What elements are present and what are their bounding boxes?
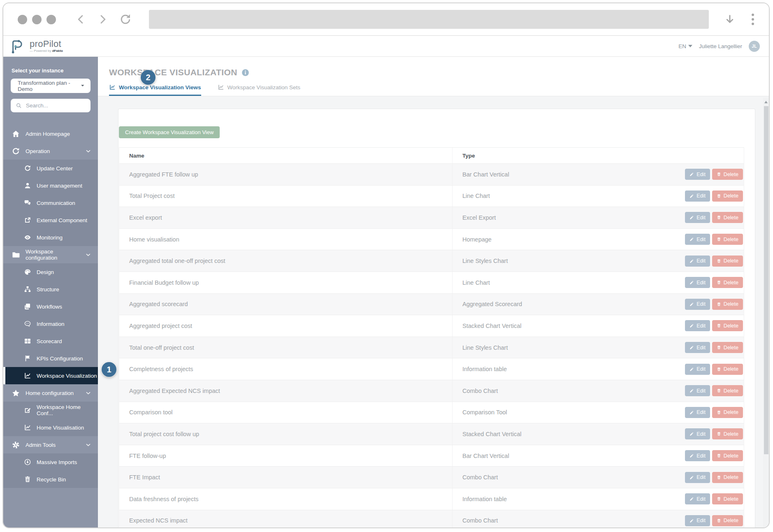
edit-button[interactable]: Edit: [685, 190, 710, 202]
sidebar-item-home-configuration[interactable]: Home configuration: [3, 384, 98, 402]
edit-button[interactable]: Edit: [685, 515, 710, 526]
edit-button[interactable]: Edit: [685, 256, 710, 267]
edit-button[interactable]: Edit: [685, 299, 710, 310]
sidebar-item-monitoring[interactable]: Monitoring: [3, 229, 98, 246]
delete-button[interactable]: Delete: [712, 342, 743, 353]
chevron-down-icon[interactable]: [85, 390, 91, 396]
delete-button[interactable]: Delete: [712, 299, 743, 310]
sidebar-item-scorecard[interactable]: Scorecard: [3, 332, 98, 350]
edit-button[interactable]: Edit: [685, 385, 710, 396]
sidebar-item-recycle-bin[interactable]: Recycle Bin: [3, 471, 98, 488]
window-control-dot[interactable]: [18, 15, 27, 24]
reload-icon[interactable]: [119, 13, 132, 26]
tab-workspace-visualization-views[interactable]: Workspace Visualization Views: [109, 84, 201, 96]
delete-button[interactable]: Delete: [712, 256, 743, 267]
pencil-icon: [689, 259, 694, 263]
edit-button[interactable]: Edit: [685, 169, 710, 180]
sidebar-item-workspace-home-conf[interactable]: Workspace Home Conf...: [3, 402, 98, 419]
row-name: Aggregated FTE follow up: [119, 164, 452, 185]
edit-button[interactable]: Edit: [685, 234, 710, 245]
delete-button[interactable]: Delete: [712, 450, 743, 461]
sidebar-item-user-management[interactable]: User management: [3, 177, 98, 194]
sidebar-item-label: Update Center: [37, 165, 73, 172]
search-input[interactable]: [25, 102, 86, 109]
avatar[interactable]: JL: [749, 41, 760, 52]
sidebar-item-label: Recycle Bin: [37, 476, 66, 483]
delete-button[interactable]: Delete: [712, 190, 743, 202]
edit-button[interactable]: Edit: [685, 472, 710, 483]
window-control-dot[interactable]: [46, 15, 56, 24]
row-name: Completness of projects: [119, 358, 452, 380]
chevron-down-icon[interactable]: [85, 148, 91, 154]
download-icon[interactable]: [724, 13, 736, 26]
back-icon[interactable]: [75, 13, 87, 26]
user-name[interactable]: Juliette Langellier: [699, 43, 742, 49]
url-bar[interactable]: [149, 10, 709, 29]
row-type: Homepage: [452, 229, 685, 250]
browser-menu-icon[interactable]: [749, 13, 757, 26]
sidebar-item-communication[interactable]: Communication: [3, 194, 98, 211]
delete-button[interactable]: Delete: [712, 472, 743, 483]
sidebar-item-design[interactable]: Design: [3, 263, 98, 281]
window-control-dot[interactable]: [32, 15, 42, 24]
edit-button[interactable]: Edit: [685, 364, 710, 375]
delete-button[interactable]: Delete: [712, 234, 743, 245]
edit-button[interactable]: Edit: [685, 320, 710, 331]
sidebar-item-workflows[interactable]: Workflows: [3, 298, 98, 315]
chevron-down-icon[interactable]: [85, 252, 91, 258]
row-actions: EditDelete: [685, 488, 744, 510]
trash-icon: [717, 323, 721, 328]
pencil-icon: [689, 237, 694, 242]
sidebar-item-information[interactable]: Information: [3, 315, 98, 332]
sidebar-item-external-component[interactable]: External Component: [3, 211, 98, 229]
delete-button[interactable]: Delete: [712, 169, 743, 180]
chevron-down-icon[interactable]: [85, 442, 91, 448]
sidebar-item-kpis-configuration[interactable]: KPIs Configuration: [3, 350, 98, 367]
scrollbar[interactable]: [763, 98, 769, 527]
scrollbar-thumb[interactable]: [764, 106, 768, 454]
delete-button[interactable]: Delete: [712, 493, 743, 504]
sidebar-item-workspace-configuration[interactable]: Workspace configuration: [3, 246, 98, 263]
sidebar-item-update-center[interactable]: Update Center: [3, 160, 98, 177]
download-circle-icon: [24, 458, 31, 466]
delete-button[interactable]: Delete: [712, 212, 743, 223]
row-actions: EditDelete: [685, 445, 744, 467]
delete-button[interactable]: Delete: [712, 385, 743, 396]
sidebar-item-admin-tools[interactable]: Admin Tools: [3, 436, 98, 453]
sidebar-item-admin-homepage[interactable]: Admin Homepage: [3, 125, 98, 142]
row-type: Line Styles Chart: [452, 337, 685, 358]
annotation-badge-1: 1: [102, 362, 116, 377]
sidebar-item-home-visualisation[interactable]: Home Visualisation: [3, 419, 98, 436]
edit-button[interactable]: Edit: [685, 407, 710, 418]
info-icon[interactable]: [241, 69, 249, 77]
scrollbar-up-arrow-icon[interactable]: [764, 101, 768, 103]
delete-button[interactable]: Delete: [712, 364, 743, 375]
edit-button[interactable]: Edit: [685, 342, 710, 353]
delete-button[interactable]: Delete: [712, 320, 743, 331]
edit-button[interactable]: Edit: [685, 428, 710, 439]
row-name: Aggregated scorecard: [119, 294, 452, 315]
edit-button[interactable]: Edit: [685, 450, 710, 461]
trash-icon: [717, 259, 721, 263]
sidebar-item-structure[interactable]: Structure: [3, 281, 98, 298]
forward-icon[interactable]: [96, 13, 109, 26]
table-row: Total project cost follow upStacked Char…: [119, 423, 744, 445]
delete-button[interactable]: Delete: [712, 428, 743, 439]
row-name: Aggregated Expected NCS impact: [119, 380, 452, 402]
edit-button[interactable]: Edit: [685, 493, 710, 504]
delete-button[interactable]: Delete: [712, 277, 743, 288]
sidebar-item-massive-imports[interactable]: Massive Imports: [3, 453, 98, 471]
browser-chrome: [3, 3, 769, 36]
edit-button[interactable]: Edit: [685, 212, 710, 223]
sidebar-item-workspace-visualization[interactable]: Workspace Visualization: [3, 367, 98, 384]
instance-select[interactable]: Transformation plan - Demo: [11, 79, 91, 93]
delete-button[interactable]: Delete: [712, 515, 743, 526]
sidebar-item-label: Home configuration: [26, 390, 74, 396]
sidebar-item-operation[interactable]: Operation: [3, 142, 98, 160]
trash-icon: [717, 518, 721, 523]
create-workspace-visualization-view-button[interactable]: Create Workspace Visualization View: [119, 126, 220, 138]
tab-workspace-visualization-sets[interactable]: Workspace Visualization Sets: [218, 84, 300, 96]
language-selector[interactable]: EN: [678, 43, 692, 49]
delete-button[interactable]: Delete: [712, 407, 743, 418]
edit-button[interactable]: Edit: [685, 277, 710, 288]
